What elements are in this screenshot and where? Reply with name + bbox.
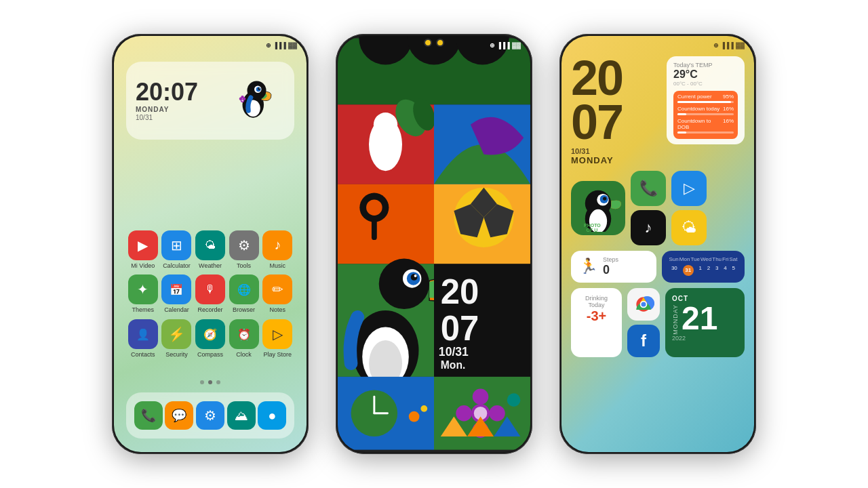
recorder-label: Recorder — [197, 306, 222, 314]
app-security[interactable]: ⚡ Security — [160, 319, 194, 359]
weather-app-icon[interactable]: 🌤 — [671, 210, 707, 245]
calculator-label: Calculator — [163, 262, 191, 270]
battery-icon: ▓▓ — [288, 42, 297, 49]
app-calculator[interactable]: ⊞ Calculator — [160, 230, 194, 270]
dot-3 — [216, 380, 220, 384]
themes-label: Themes — [132, 306, 155, 314]
compass-icon[interactable]: 🧭 — [195, 319, 225, 349]
app-calendar[interactable]: 📅 Calendar — [160, 274, 194, 314]
phone-1: ⊕ ▐▐▐ ▓▓ 20:07 MONDAY 10/31 — [112, 34, 309, 454]
themes-icon[interactable]: ✦ — [128, 274, 158, 304]
cal-mon: Mon — [679, 256, 690, 262]
security-icon[interactable]: ⚡ — [161, 319, 191, 349]
app-play-store[interactable]: ▷ Play Store — [260, 319, 294, 359]
drink-today-label: Today — [578, 302, 615, 308]
compass-label: Compass — [197, 351, 223, 359]
notes-icon[interactable]: ✏ — [262, 274, 292, 304]
steps-count: 0 — [603, 263, 618, 277]
oct-weekday: MONDAY — [672, 304, 679, 335]
weather-temp: 29°C — [673, 68, 738, 81]
page-dots — [114, 380, 307, 384]
app-clock[interactable]: ⏰ Clock — [227, 319, 261, 359]
wallpaper-art: 20 07 10/31 Mon. — [338, 36, 530, 452]
status-icons-3: ⊕ ▐▐▐ ▓▓ — [713, 42, 745, 49]
weather-range: 00°C - 00°C — [673, 81, 738, 87]
dock-gallery-icon[interactable]: ⛰ — [227, 401, 256, 430]
app-weather[interactable]: 🌤 Weather — [193, 230, 227, 270]
cal-date-5: 5 — [732, 265, 735, 276]
recorder-icon[interactable]: 🎙 — [195, 274, 225, 304]
dock-phone-icon[interactable]: 📞 — [134, 401, 163, 430]
play-icon[interactable]: ▷ — [671, 171, 707, 206]
phone1-background: ⊕ ▐▐▐ ▓▓ 20:07 MONDAY 10/31 — [114, 36, 307, 452]
chrome-icon[interactable] — [627, 288, 660, 321]
status-bar-3: ⊕ ▐▐▐ ▓▓ — [561, 36, 754, 55]
cal-date-1: 1 — [698, 265, 701, 276]
big-time-minutes: 07 — [571, 100, 661, 144]
app-recorder[interactable]: 🎙 Recorder — [193, 274, 227, 314]
chrome-apps-widget: f — [627, 288, 660, 357]
app-contacts[interactable]: 👤 Contacts — [126, 319, 160, 359]
calendar-icon[interactable]: 📅 — [161, 274, 191, 304]
countdown2-value: 16% — [723, 118, 734, 130]
mi-video-icon[interactable]: ▶ — [128, 230, 158, 260]
big-time-hours: 20 — [571, 56, 661, 100]
status-icons-1: ⊕ ▐▐▐ ▓▓ — [266, 42, 297, 49]
music-label: Music — [269, 262, 285, 270]
svg-point-31 — [379, 259, 429, 309]
steps-label: Steps — [603, 256, 618, 263]
facebook-icon[interactable]: f — [627, 325, 660, 357]
dock-messages-icon[interactable]: 💬 — [165, 401, 193, 430]
app-row-3: 👤 Contacts ⚡ Security 🧭 Compass ⏰ Clock — [126, 319, 294, 359]
cal-dates-row: 30 31 1 2 3 4 5 — [669, 265, 738, 276]
power-value: 95% — [723, 94, 734, 100]
svg-point-54 — [507, 393, 521, 407]
steps-calendar-row: 🏃 Steps 0 Sun Mon Tue Wed Thu — [571, 251, 745, 283]
dock: 📞 💬 ⚙ ⛰ ● — [126, 392, 294, 439]
tiktok-icon[interactable]: ♪ — [631, 210, 666, 245]
dock-settings-icon[interactable]: ⚙ — [196, 401, 224, 430]
app-compass[interactable]: 🧭 Compass — [193, 319, 227, 359]
app-browser[interactable]: 🌐 Browser — [227, 274, 261, 314]
contacts-icon[interactable]: 👤 — [128, 319, 158, 349]
svg-point-51 — [456, 405, 472, 422]
calculator-icon[interactable]: ⊞ — [161, 230, 191, 260]
clock-label: Clock — [236, 351, 252, 359]
calendar-widget[interactable]: Sun Mon Tue Wed Thu Fri Sat 30 31 1 — [662, 251, 745, 283]
svg-text:07: 07 — [441, 309, 479, 348]
small-apps-col-2: ▷ 🌤 — [671, 171, 707, 245]
app-music[interactable]: ♪ Music — [260, 230, 294, 270]
clock-icon[interactable]: ⏰ — [229, 319, 259, 349]
play-store-icon[interactable]: ▷ — [262, 319, 292, 349]
browser-label: Browser — [233, 306, 255, 314]
app-notes[interactable]: ✏ Notes — [260, 274, 294, 314]
svg-point-24 — [366, 199, 382, 216]
app-row-p3-1: PHOTO OF U 📞 ♪ ▷ 🌤 — [571, 171, 745, 245]
drink-label: Drinking — [578, 295, 615, 302]
weather-icon[interactable]: 🌤 — [195, 230, 225, 260]
toucan-app-icon[interactable]: PHOTO OF U — [571, 181, 625, 235]
cal-fri: Fri — [722, 256, 728, 262]
svg-text:OF U: OF U — [587, 228, 598, 232]
svg-text:20: 20 — [441, 272, 479, 311]
signal-icon: ▐▐▐ — [273, 42, 286, 49]
widget-date: 10/31 — [136, 114, 198, 121]
oct-calendar-widget: OCT MONDAY 21 2022 — [665, 288, 745, 357]
countdown1-label: Countdown today — [677, 106, 719, 112]
tools-icon[interactable]: ⚙ — [229, 230, 259, 260]
dock-browser-icon[interactable]: ● — [258, 401, 286, 430]
phone-3: ⊕ ▐▐▐ ▓▓ 20 07 10/31 MONDAY — [559, 34, 756, 454]
status-bar-1: ⊕ ▐▐▐ ▓▓ — [114, 36, 307, 55]
cal-date-4: 4 — [724, 265, 726, 276]
power-bar: Current power 95% Countdown today 16% — [673, 91, 738, 139]
app-mi-video[interactable]: ▶ Mi Video — [126, 230, 160, 270]
music-icon[interactable]: ♪ — [262, 230, 292, 260]
battery-icon-3: ▓▓ — [736, 42, 745, 49]
cal-thu: Thu — [712, 256, 722, 262]
app-themes[interactable]: ✦ Themes — [126, 274, 160, 314]
phone-app-icon[interactable]: 📞 — [631, 171, 666, 206]
weather-label: Today's TEMP — [673, 62, 738, 68]
phone3-content: 20 07 10/31 MONDAY Today's TEMP 29°C 00°… — [561, 36, 754, 452]
app-tools[interactable]: ⚙ Tools — [227, 230, 261, 270]
browser-icon[interactable]: 🌐 — [229, 274, 259, 304]
